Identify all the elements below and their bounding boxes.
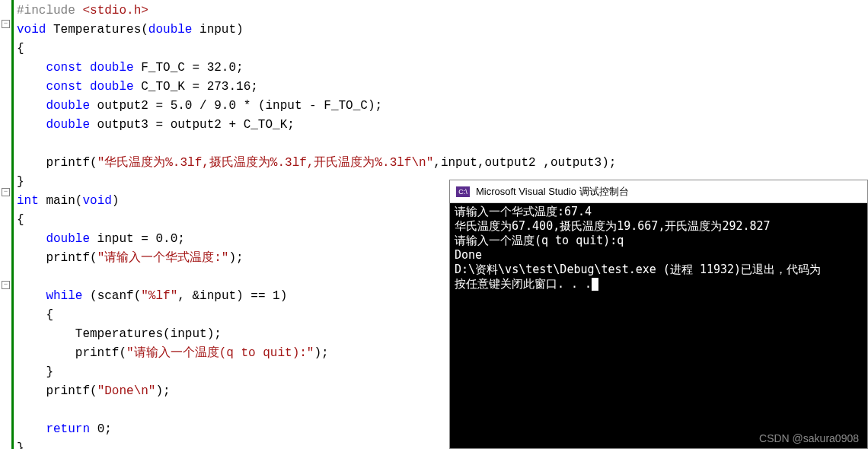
console-output-line: Done bbox=[455, 248, 863, 263]
token-string: "请输入一个温度(q to quit):" bbox=[126, 346, 314, 360]
token-func-call: printf bbox=[46, 156, 90, 170]
token-func-call: printf bbox=[46, 251, 90, 265]
token-keyword: return bbox=[46, 422, 97, 436]
fold-toggle-icon[interactable]: − bbox=[2, 20, 10, 28]
token-identifier: input bbox=[266, 99, 310, 113]
token-func-call: Temperatures bbox=[75, 327, 163, 341]
token-paren: ) bbox=[368, 99, 375, 113]
console-output-line: 请输入一个华式温度:67.4 bbox=[455, 205, 863, 219]
token-string: "Done\n" bbox=[97, 384, 156, 398]
token-paren: ( bbox=[134, 289, 142, 303]
token-identifier: output2 bbox=[485, 156, 544, 170]
console-body[interactable]: 请输入一个华式温度:67.4华氏温度为67.400,摄氏温度为19.667,开氏… bbox=[450, 203, 867, 293]
token-operator: + bbox=[228, 118, 243, 132]
token-paren: ( bbox=[90, 251, 97, 265]
token-operator: = bbox=[155, 118, 170, 132]
code-line[interactable] bbox=[17, 135, 868, 154]
code-line[interactable]: #include <stdio.h> bbox=[17, 2, 868, 21]
token-operator: ; bbox=[104, 422, 112, 436]
code-line[interactable]: double output3 = output2 + C_TO_K; bbox=[17, 116, 868, 135]
token-paren: ( bbox=[119, 346, 126, 360]
token-paren: ) bbox=[112, 194, 120, 208]
token-keyword: double bbox=[46, 118, 90, 132]
token-paren: ( bbox=[75, 194, 83, 208]
token-func-call: printf bbox=[75, 346, 120, 360]
token-paren: ( bbox=[141, 23, 148, 37]
token-paren: ( bbox=[90, 156, 97, 170]
token-operator: ; bbox=[287, 118, 295, 132]
token-operator: ; bbox=[163, 384, 171, 398]
token-paren: ( bbox=[258, 99, 266, 113]
code-line[interactable]: double output2 = 5.0 / 9.0 * (input - F_… bbox=[17, 97, 868, 116]
token-keyword: void bbox=[17, 23, 46, 37]
token-operator: = bbox=[192, 80, 206, 94]
token-paren: ) bbox=[228, 251, 236, 265]
token-operator: ; bbox=[214, 327, 222, 341]
token-keyword: int bbox=[17, 194, 39, 208]
token-identifier: input bbox=[441, 156, 477, 170]
token-operator: == bbox=[244, 289, 273, 303]
fold-toggle-icon[interactable]: − bbox=[2, 188, 10, 196]
code-line[interactable]: printf("华氏温度为%.3lf,摄氏温度为%.3lf,开氏温度为%.3lf… bbox=[17, 154, 868, 173]
token-keyword: const double bbox=[46, 80, 133, 94]
token-paren: ( bbox=[90, 289, 97, 303]
console-icon: C:\ bbox=[456, 186, 470, 197]
token-func-call: printf bbox=[46, 384, 90, 398]
watermark: CSDN @sakura0908 bbox=[759, 432, 859, 444]
token-keyword: void bbox=[82, 194, 111, 208]
console-titlebar[interactable]: C:\ Microsoft Visual Studio 调试控制台 bbox=[450, 180, 867, 203]
token-brace: } bbox=[46, 365, 53, 379]
token-number: 32.0 bbox=[207, 61, 236, 75]
token-operator: = bbox=[192, 61, 206, 75]
token-keyword: double bbox=[148, 23, 193, 37]
token-operator: , bbox=[477, 156, 485, 170]
token-identifier: main bbox=[39, 194, 75, 208]
fold-toggle-icon[interactable]: − bbox=[2, 281, 10, 289]
code-line[interactable]: void Temperatures(double input) bbox=[17, 21, 868, 40]
code-line[interactable]: const double F_TO_C = 32.0; bbox=[17, 59, 868, 78]
token-operator: ; bbox=[177, 232, 185, 246]
token-brace: { bbox=[17, 42, 24, 56]
token-keyword: double bbox=[46, 232, 90, 246]
token-brace: } bbox=[17, 441, 24, 449]
token-paren: ) bbox=[280, 289, 288, 303]
console-output-line: 按任意键关闭此窗口. . . bbox=[455, 277, 863, 291]
token-identifier: C_TO_K bbox=[134, 80, 193, 94]
token-paren: ) bbox=[602, 156, 609, 170]
token-operator: = bbox=[155, 99, 170, 113]
token-string: "%lf" bbox=[141, 289, 177, 303]
console-title: Microsoft Visual Studio 调试控制台 bbox=[476, 185, 629, 199]
token-identifier: output2 bbox=[171, 118, 229, 132]
token-operator: - bbox=[309, 99, 324, 113]
token-number: 9.0 bbox=[214, 99, 236, 113]
token-operator: / bbox=[192, 99, 214, 113]
token-operator: ; bbox=[609, 156, 617, 170]
code-line[interactable]: { bbox=[17, 40, 868, 59]
token-number: 5.0 bbox=[171, 99, 193, 113]
token-paren: ( bbox=[163, 327, 171, 341]
token-identifier: input bbox=[199, 289, 236, 303]
token-include-path: <stdio.h> bbox=[82, 4, 148, 18]
token-keyword: while bbox=[46, 289, 90, 303]
token-operator: ; bbox=[251, 80, 258, 94]
token-operator: , & bbox=[177, 289, 199, 303]
token-identifier: F_TO_C bbox=[324, 99, 368, 113]
code-line[interactable]: const double C_TO_K = 273.16; bbox=[17, 78, 868, 97]
token-operator: = bbox=[141, 232, 155, 246]
token-keyword: double bbox=[46, 99, 90, 113]
token-identifier: input bbox=[171, 327, 207, 341]
token-number: 0.0 bbox=[155, 232, 177, 246]
token-identifier: input bbox=[192, 23, 236, 37]
token-string: "请输入一个华式温度:" bbox=[97, 251, 229, 265]
token-operator: * bbox=[236, 99, 258, 113]
console-cursor bbox=[592, 278, 598, 291]
console-output-line: 请输入一个温度(q to quit):q bbox=[455, 234, 863, 248]
token-operator: , bbox=[433, 156, 441, 170]
token-identifier: C_TO_K bbox=[244, 118, 288, 132]
token-paren: ( bbox=[90, 384, 97, 398]
token-operator: ; bbox=[236, 251, 244, 265]
token-paren: ) bbox=[155, 384, 163, 398]
token-identifier: output3 bbox=[90, 118, 155, 132]
token-identifier: input bbox=[90, 232, 141, 246]
token-operator: ; bbox=[321, 346, 329, 360]
